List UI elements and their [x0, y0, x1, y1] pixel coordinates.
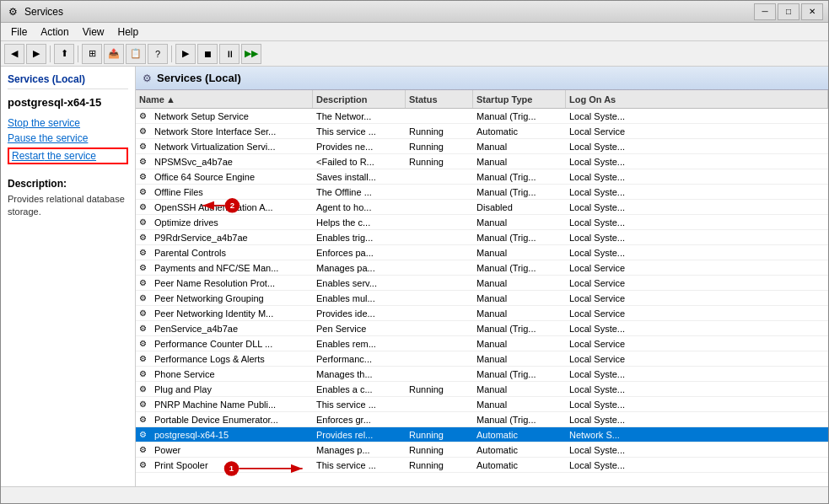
table-row[interactable]: ⚙Payments and NFC/SE Man...Manages pa...… [136, 260, 828, 276]
up-button[interactable]: ⬆ [54, 44, 74, 64]
table-row[interactable]: ⚙PowerManages p...RunningAutomaticLocal … [136, 442, 828, 458]
table-row[interactable]: ⚙NPSMSvc_a4b7ae<Failed to R...RunningMan… [136, 154, 828, 169]
service-name-cell: Performance Logs & Alerts [151, 354, 313, 364]
service-desc-cell: Enforces gr... [313, 415, 406, 425]
service-desc-cell: Provides ne... [313, 142, 406, 152]
minimize-button[interactable]: ─ [754, 3, 776, 20]
service-icon: ⚙ [136, 233, 151, 242]
resume-service-button[interactable]: ▶▶ [241, 44, 261, 64]
service-desc-cell: Enables serv... [313, 278, 406, 288]
table-row[interactable]: ⚙Network Setup ServiceThe Networ...Manua… [136, 109, 828, 124]
service-startup-cell: Manual (Trig... [473, 263, 566, 273]
service-logon-cell: Local Syste... [566, 415, 828, 425]
menu-view[interactable]: View [76, 24, 111, 40]
service-startup-cell: Disabled [473, 202, 566, 212]
col-header-logon[interactable]: Log On As [566, 90, 828, 108]
stop-service-button[interactable]: ⏹ [197, 44, 218, 64]
table-row[interactable]: ⚙Office 64 Source EngineSaves install...… [136, 169, 828, 185]
menu-action[interactable]: Action [34, 24, 75, 40]
service-desc-cell: This service ... [313, 399, 406, 410]
table-row[interactable]: ⚙Peer Name Resolution Prot...Enables ser… [136, 276, 828, 291]
service-icon: ⚙ [136, 460, 151, 469]
restart-service-link[interactable]: Restart the service [8, 147, 128, 164]
service-startup-cell: Manual (Trig... [473, 187, 566, 197]
table-row[interactable]: ⚙Parental ControlsEnforces pa...ManualLo… [136, 245, 828, 260]
pause-service-button[interactable]: ⏸ [219, 44, 240, 64]
service-icon: ⚙ [136, 445, 151, 454]
description-text: Provides relational database storage. [8, 193, 128, 219]
service-status-cell: Running [406, 142, 473, 152]
service-icon: ⚙ [136, 354, 151, 363]
service-icon: ⚙ [136, 248, 151, 257]
service-name-cell: Performance Counter DLL ... [151, 339, 313, 349]
service-desc-cell: <Failed to R... [313, 157, 406, 167]
table-row[interactable]: ⚙Phone ServiceManages th...Manual (Trig.… [136, 367, 828, 382]
service-icon: ⚙ [136, 293, 151, 303]
stop-service-link[interactable]: Stop the service [8, 117, 128, 129]
maximize-button[interactable]: □ [778, 3, 799, 20]
properties-button[interactable]: 📋 [126, 44, 146, 64]
table-row[interactable]: ⚙Performance Logs & AlertsPerformanc...M… [136, 351, 828, 367]
service-desc-cell: Enables rem... [313, 339, 406, 349]
show-hide-button[interactable]: ⊞ [82, 44, 102, 64]
service-startup-cell: Manual [473, 248, 566, 258]
table-row[interactable]: ⚙Plug and PlayEnables a c...RunningManua… [136, 382, 828, 397]
main-window: ⚙ Services ─ □ ✕ File Action View Help ◀… [0, 0, 829, 504]
service-icon: ⚙ [136, 202, 151, 212]
table-row[interactable]: ⚙Print SpoolerThis service ...RunningAut… [136, 458, 828, 473]
table-row[interactable]: ⚙Network Store Interface Ser...This serv… [136, 124, 828, 139]
left-panel: Services (Local) postgresql-x64-15 Stop … [1, 67, 136, 486]
col-header-startup[interactable]: Startup Type [473, 90, 566, 108]
col-header-name[interactable]: Name ▲ [136, 90, 313, 108]
service-name-cell: Peer Networking Grouping [151, 293, 313, 303]
table-row[interactable]: ⚙Offline FilesThe Offline ...Manual (Tri… [136, 185, 828, 200]
table-row[interactable]: ⚙Portable Device Enumerator...Enforces g… [136, 412, 828, 427]
table-row[interactable]: ⚙P9RdrService_a4b7aeEnables trig...Manua… [136, 230, 828, 245]
service-startup-cell: Manual (Trig... [473, 324, 566, 334]
pause-service-link[interactable]: Pause the service [8, 132, 128, 144]
service-desc-cell: Performanc... [313, 354, 406, 364]
service-logon-cell: Local Service [566, 354, 828, 364]
col-header-status[interactable]: Status [406, 90, 473, 108]
service-logon-cell: Local Syste... [566, 202, 828, 212]
menu-help[interactable]: Help [111, 24, 146, 40]
service-name-cell: Network Setup Service [151, 111, 313, 121]
export-button[interactable]: 📤 [104, 44, 124, 64]
toolbar-separator-3 [171, 46, 172, 62]
description-section: Description: Provides relational databas… [8, 178, 128, 219]
table-row[interactable]: ⚙PenService_a4b7aePen ServiceManual (Tri… [136, 321, 828, 336]
forward-button[interactable]: ▶ [26, 44, 46, 64]
service-icon: ⚙ [136, 142, 151, 151]
service-startup-cell: Manual (Trig... [473, 172, 566, 182]
help-button[interactable]: ? [148, 44, 168, 64]
selected-service-name: postgresql-x64-15 [8, 96, 128, 109]
service-icon: ⚙ [136, 339, 151, 348]
service-icon: ⚙ [136, 217, 151, 227]
start-service-button[interactable]: ▶ [175, 44, 196, 64]
service-logon-cell: Local Syste... [566, 217, 828, 228]
service-name-cell: PNRP Machine Name Publi... [151, 399, 313, 410]
service-desc-cell: This service ... [313, 460, 406, 470]
table-row[interactable]: ⚙Network Virtualization Servi...Provides… [136, 139, 828, 154]
service-name-cell: Peer Name Resolution Prot... [151, 278, 313, 288]
service-logon-cell: Local Syste... [566, 445, 828, 455]
service-name-cell: Network Store Interface Ser... [151, 126, 313, 137]
service-icon: ⚙ [136, 278, 151, 287]
table-row[interactable]: ⚙OpenSSH Authentication A...Agent to ho.… [136, 200, 828, 215]
service-desc-cell: This service ... [313, 126, 406, 137]
col-header-desc[interactable]: Description [313, 90, 406, 108]
service-logon-cell: Local Syste... [566, 142, 828, 152]
service-logon-cell: Local Service [566, 339, 828, 349]
menu-file[interactable]: File [4, 24, 34, 40]
table-row[interactable]: ⚙PNRP Machine Name Publi...This service … [136, 397, 828, 412]
close-button[interactable]: ✕ [801, 3, 823, 20]
services-list[interactable]: ⚙Network Setup ServiceThe Networ...Manua… [136, 109, 828, 486]
service-name-cell: Parental Controls [151, 248, 313, 258]
table-row[interactable]: ⚙Peer Networking GroupingEnables mul...M… [136, 291, 828, 306]
table-row[interactable]: ⚙Peer Networking Identity M...Provides i… [136, 306, 828, 321]
column-headers: Name ▲ Description Status Startup Type L… [136, 90, 828, 109]
table-row[interactable]: ⚙postgresql-x64-15Provides rel...Running… [136, 427, 828, 442]
table-row[interactable]: ⚙Performance Counter DLL ...Enables rem.… [136, 336, 828, 351]
back-button[interactable]: ◀ [4, 44, 24, 64]
table-row[interactable]: ⚙Optimize drivesHelps the c...ManualLoca… [136, 215, 828, 230]
